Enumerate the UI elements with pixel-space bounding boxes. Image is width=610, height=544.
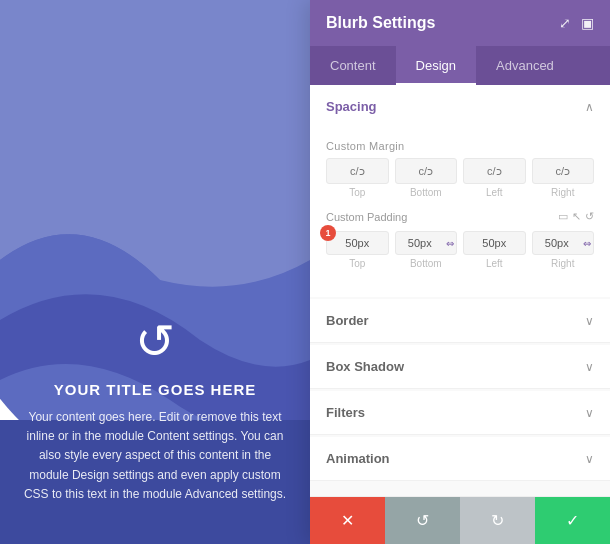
margin-group: Custom Margin Top Bottom Left [326,140,594,198]
padding-bottom-field: ⇔ Bottom [395,231,458,269]
margin-right-input[interactable] [532,158,595,184]
spacing-content: Custom Margin Top Bottom Left [310,128,610,297]
collapse-icon[interactable]: ▣ [581,15,594,31]
border-title: Border [326,313,369,328]
panel-header: Blurb Settings ⤢ ▣ [310,0,610,46]
filters-title: Filters [326,405,365,420]
margin-top-field: Top [326,158,389,198]
padding-cursor-icon[interactable]: ↖ [572,210,581,223]
padding-tablet-icon[interactable]: ▭ [558,210,568,223]
save-icon: ✓ [566,511,579,530]
blurb-text: Your content goes here. Edit or remove t… [20,408,290,504]
padding-left-input[interactable] [464,232,525,254]
tabs-bar: Content Design Advanced [310,46,610,85]
tab-content[interactable]: Content [310,46,396,85]
padding-badge: 1 [320,225,336,241]
padding-left-label: Left [486,258,503,269]
undo-icon: ↺ [416,511,429,530]
border-section: Border ∨ [310,299,610,343]
margin-top-label: Top [326,187,389,198]
padding-left-field: Left [463,231,526,269]
padding-bottom-wrap: ⇔ [395,231,458,255]
undo-button[interactable]: ↺ [385,497,460,544]
link-bottom-icon[interactable]: ⇔ [444,238,456,249]
link-right-icon[interactable]: ⇔ [581,238,593,249]
animation-title: Animation [326,451,390,466]
box-shadow-header[interactable]: Box Shadow ∨ [310,345,610,389]
margin-right-label: Right [532,187,595,198]
settings-panel: Blurb Settings ⤢ ▣ Content Design Advanc… [310,0,610,544]
margin-top-input[interactable] [326,158,389,184]
filters-header[interactable]: Filters ∨ [310,391,610,435]
padding-right-wrap: ⇔ [532,231,595,255]
box-shadow-chevron: ∨ [585,360,594,374]
margin-bottom-label: Bottom [395,187,458,198]
padding-group: Custom Padding ▭ ↖ ↺ 1 [326,210,594,269]
blurb-title: YOUR TITLE GOES HERE [20,381,290,398]
box-shadow-title: Box Shadow [326,359,404,374]
border-header[interactable]: Border ∨ [310,299,610,343]
margin-inputs: Top Bottom Left Right [326,158,594,198]
margin-left-field: Left [463,158,526,198]
padding-top-input[interactable] [327,232,388,254]
tab-advanced[interactable]: Advanced [476,46,574,85]
margin-right-field: Right [532,158,595,198]
redo-icon: ↻ [491,511,504,530]
box-shadow-section: Box Shadow ∨ [310,345,610,389]
tab-design[interactable]: Design [396,46,476,85]
fullscreen-icon[interactable]: ⤢ [559,15,571,31]
padding-left-wrap [463,231,526,255]
padding-reset-icon[interactable]: ↺ [585,210,594,223]
margin-left-input[interactable] [463,158,526,184]
padding-header: Custom Padding ▭ ↖ ↺ [326,210,594,223]
padding-right-input[interactable] [533,232,582,254]
spacing-section: Spacing ∧ Custom Margin Top Bottom [310,85,610,297]
border-chevron: ∨ [585,314,594,328]
spacing-chevron: ∧ [585,100,594,114]
animation-header[interactable]: Animation ∨ [310,437,610,481]
padding-controls: ▭ ↖ ↺ [558,210,594,223]
padding-top-field: 1 Top [326,231,389,269]
cancel-button[interactable]: ✕ [310,497,385,544]
padding-inputs: 1 Top ⇔ Bottom [326,231,594,269]
redo-button[interactable]: ↻ [460,497,535,544]
padding-top-label: Top [349,258,365,269]
padding-bottom-label: Bottom [410,258,442,269]
panel-body: Spacing ∧ Custom Margin Top Bottom [310,85,610,496]
blurb-icon: ↺ [20,313,290,369]
panel-header-icons: ⤢ ▣ [559,15,594,31]
filters-section: Filters ∨ [310,391,610,435]
margin-bottom-field: Bottom [395,158,458,198]
spacing-title: Spacing [326,99,377,114]
preview-panel: ↺ YOUR TITLE GOES HERE Your content goes… [0,0,310,544]
margin-label: Custom Margin [326,140,594,152]
filters-chevron: ∨ [585,406,594,420]
save-button[interactable]: ✓ [535,497,610,544]
spacing-header[interactable]: Spacing ∧ [310,85,610,128]
cancel-icon: ✕ [341,511,354,530]
padding-right-label: Right [551,258,574,269]
margin-left-label: Left [463,187,526,198]
panel-footer: ✕ ↺ ↻ ✓ [310,496,610,544]
padding-bottom-input[interactable] [396,232,445,254]
panel-title: Blurb Settings [326,14,435,32]
padding-label: Custom Padding [326,211,407,223]
margin-bottom-input[interactable] [395,158,458,184]
animation-chevron: ∨ [585,452,594,466]
padding-right-field: ⇔ Right [532,231,595,269]
animation-section: Animation ∨ [310,437,610,481]
